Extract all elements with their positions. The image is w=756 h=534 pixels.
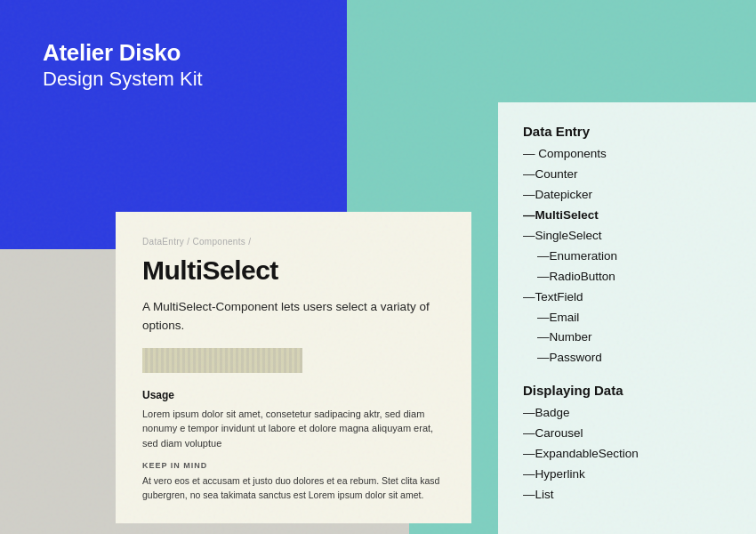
app-subtitle: Design System Kit <box>43 67 203 93</box>
doc-image-placeholder <box>142 348 302 373</box>
nav-item[interactable]: —Email <box>523 308 731 328</box>
doc-title: MultiSelect <box>142 255 445 286</box>
nav-item[interactable]: — Components <box>523 144 731 165</box>
nav-panel: Data Entry— Components—Counter—Datepicke… <box>498 102 756 534</box>
nav-item[interactable]: —Hyperlink <box>523 465 731 485</box>
nav-item[interactable]: —List <box>523 485 731 506</box>
nav-section-title: Data Entry <box>523 124 731 139</box>
nav-item[interactable]: —Counter <box>523 165 731 185</box>
nav-item[interactable]: —Password <box>523 348 731 368</box>
keep-label: KEEP IN MIND <box>142 461 445 470</box>
app-title: Atelier Disko <box>43 39 203 67</box>
header: Atelier Disko Design System Kit <box>43 39 203 93</box>
doc-card: DataEntry / Components / MultiSelect A M… <box>116 212 471 523</box>
nav-item[interactable]: —ExpandableSection <box>523 444 731 465</box>
nav-item[interactable]: —Datepicker <box>523 185 731 206</box>
nav-item[interactable]: —TextField <box>523 287 731 308</box>
nav-item[interactable]: —Number <box>523 328 731 348</box>
doc-description: A MultiSelect-Component lets users selec… <box>142 298 445 336</box>
nav-section-title: Displaying Data <box>523 383 731 398</box>
nav-item[interactable]: —Badge <box>523 403 731 424</box>
nav-item[interactable]: —RadioButton <box>523 267 731 287</box>
usage-text: Lorem ipsum dolor sit amet, consetetur s… <box>142 407 445 451</box>
nav-item[interactable]: —Carousel <box>523 424 731 444</box>
nav-item[interactable]: —Enumeration <box>523 247 731 267</box>
nav-item[interactable]: —MultiSelect <box>523 206 731 226</box>
usage-title: Usage <box>142 389 445 401</box>
keep-text: At vero eos et accusam et justo duo dolo… <box>142 474 445 503</box>
breadcrumb: DataEntry / Components / <box>142 237 445 247</box>
nav-item[interactable]: —SingleSelect <box>523 226 731 247</box>
